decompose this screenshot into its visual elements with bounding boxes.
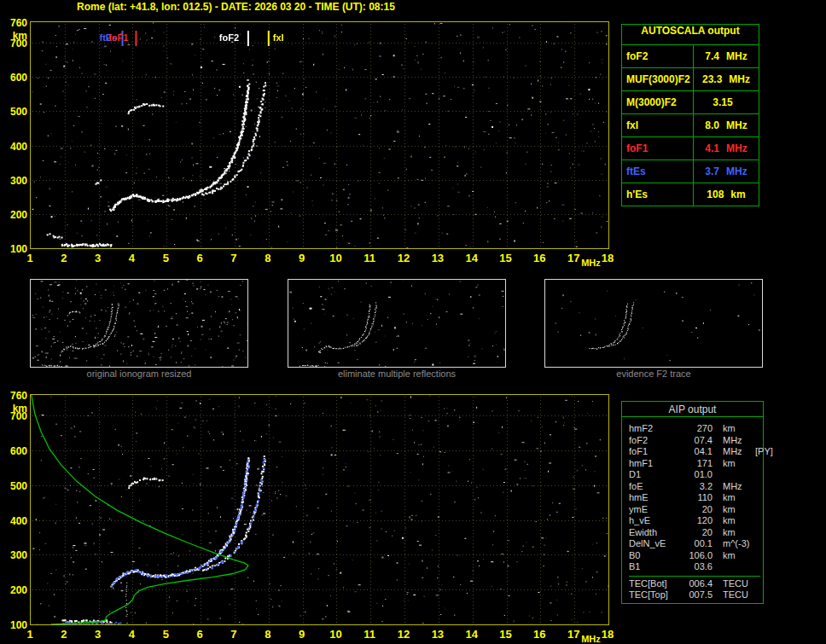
autoscala-table-title: AUTOSCALA output xyxy=(622,25,759,45)
aip-av: 006.4 xyxy=(678,578,713,590)
autoscala-param-value: 23.3MHz xyxy=(694,68,759,90)
ionogram-plot-top: ftEsfoF1foF2fxI xyxy=(30,21,609,249)
top-plot-x-tick-3: 3 xyxy=(90,252,107,264)
bottom-plot-x-tick-13: 13 xyxy=(429,628,446,641)
aip-au: km xyxy=(723,527,753,539)
aip-au: km xyxy=(723,423,753,435)
top-plot-y-tick-760: 760 xyxy=(2,17,27,29)
autoscala-window: Rome (lat: +41.8, lon: 012.5) - DATE: 20… xyxy=(0,0,826,644)
autoscala-param-value: 3.7MHz xyxy=(694,160,759,183)
bottom-plot-x-tick-11: 11 xyxy=(361,628,378,641)
top-plot-x-tick-1: 1 xyxy=(21,252,38,264)
aip-av: 03.6 xyxy=(678,561,713,573)
aip-ap: hmF1 xyxy=(629,458,678,470)
autoscala-param-value: 4.1MHz xyxy=(694,137,759,160)
top-plot-x-tick-5: 5 xyxy=(157,252,174,264)
top-plot-x-tick-4: 4 xyxy=(123,252,140,264)
header-title: Rome (lat: +41.8, lon: 012.5) - DATE: 20… xyxy=(77,1,395,13)
autoscala-param-label: ftEs xyxy=(622,160,694,183)
aip-table-rows: hmF2270kmfoF207.4MHzfoF104.1MHz[PY]hmF11… xyxy=(622,417,763,600)
autoscala-row-foF1: foF14.1MHz xyxy=(622,137,759,160)
bottom-plot-x-tick-15: 15 xyxy=(497,628,515,641)
aip-ap: TEC[Bot] xyxy=(629,578,678,590)
autoscala-param-value: 7.4MHz xyxy=(694,45,759,67)
autoscala-param-value: 3.15 xyxy=(694,91,759,113)
aip-row-foE: foE3.2MHz xyxy=(629,481,760,493)
top-plot-x-tick-12: 12 xyxy=(395,252,412,264)
thumbnail-canvas-no-reflections xyxy=(288,280,505,367)
bottom-plot-x-unit: MHz xyxy=(581,634,607,644)
aip-row-hmE: hmE110km xyxy=(629,492,760,504)
aip-av: 120 xyxy=(678,515,713,527)
autoscala-param-label: M(3000)F2 xyxy=(622,91,694,113)
bottom-plot-x-tick-5: 5 xyxy=(157,628,174,641)
aip-ap: foE xyxy=(629,481,678,493)
bottom-plot-y-tick-760: 760 xyxy=(2,390,27,402)
thumbnail-original-ionogram xyxy=(30,279,248,368)
bottom-plot-x-tick-10: 10 xyxy=(327,628,344,641)
bottom-plot-x-tick-6: 6 xyxy=(191,628,208,641)
autoscala-row-foF2: foF27.4MHz xyxy=(622,45,759,68)
autoscala-param-label: MUF(3000)F2 xyxy=(622,68,694,90)
autoscala-param-value: 8.0MHz xyxy=(694,114,759,136)
aip-av: 007.5 xyxy=(678,589,713,601)
aip-au: km xyxy=(723,515,753,527)
aip-ap: foF2 xyxy=(629,435,678,447)
aip-ap: ymE xyxy=(629,504,678,516)
top-plot-x-tick-11: 11 xyxy=(361,252,378,264)
aip-av: 01.0 xyxy=(678,469,713,481)
top-plot-y-tick-400: 400 xyxy=(2,141,27,153)
bottom-plot-y-tick-400: 400 xyxy=(2,515,27,527)
top-plot-x-tick-6: 6 xyxy=(191,252,208,264)
aip-row-hmF2: hmF2270km xyxy=(629,423,760,435)
aip-ap: hmE xyxy=(629,492,678,504)
top-plot-y-tick-200: 200 xyxy=(2,209,27,221)
aip-au: TECU xyxy=(723,589,753,601)
aip-row-hmF1: hmF1171km xyxy=(629,458,760,470)
bottom-plot-y-tick-600: 600 xyxy=(2,445,27,457)
aip-ap: DelN_vE xyxy=(629,538,678,550)
ionogram-plot-bottom xyxy=(30,394,609,625)
aip-au: TECU xyxy=(723,578,753,590)
aip-au: MHz xyxy=(723,446,753,458)
aip-av: 106.0 xyxy=(678,550,713,562)
top-plot-x-tick-15: 15 xyxy=(497,252,515,264)
aip-av: 171 xyxy=(678,458,713,470)
marker-label-fxI: fxI xyxy=(273,32,284,43)
aip-av: 04.1 xyxy=(678,446,713,458)
top-plot-y-unit: km xyxy=(2,30,27,42)
aip-ap: B0 xyxy=(629,550,678,562)
aip-ap: h_vE xyxy=(629,515,678,527)
aip-au: km xyxy=(723,458,753,470)
autoscala-param-label: foF2 xyxy=(622,45,694,67)
autoscala-row-fxI: fxI8.0MHz xyxy=(622,114,759,137)
top-plot-x-tick-14: 14 xyxy=(463,252,480,264)
aip-au: MHz xyxy=(723,481,753,493)
top-plot-y-tick-600: 600 xyxy=(2,72,27,84)
top-plot-y-tick-300: 300 xyxy=(2,175,27,187)
aip-ap: hmF2 xyxy=(629,423,678,435)
caption-original-ionogram: original ionogram resized xyxy=(30,368,248,379)
thumbnail-canvas-f2-trace xyxy=(545,280,762,367)
thumbnail-no-reflections xyxy=(288,279,506,368)
aip-row-B1: B103.6 xyxy=(629,561,760,573)
ionogram-canvas-top xyxy=(31,22,608,248)
aip-av: 07.4 xyxy=(678,435,713,447)
marker-label-foF2: foF2 xyxy=(219,32,239,43)
bottom-plot-x-tick-4: 4 xyxy=(123,628,140,641)
aip-av: 20 xyxy=(678,504,713,516)
autoscala-param-value: 108km xyxy=(694,183,759,206)
top-plot-x-tick-16: 16 xyxy=(531,252,548,264)
bottom-plot-y-tick-200: 200 xyxy=(2,584,27,596)
bottom-plot-x-tick-12: 12 xyxy=(395,628,412,641)
autoscala-table-rows: foF27.4MHzMUF(3000)F223.3MHzM(3000)F23.1… xyxy=(622,45,759,206)
autoscala-param-label: h'Es xyxy=(622,183,694,206)
aip-row-ymE: ymE20km xyxy=(629,504,760,516)
bottom-plot-x-tick-3: 3 xyxy=(90,628,107,641)
aip-row-foF1: foF104.1MHz[PY] xyxy=(629,446,760,458)
top-plot-y-tick-500: 500 xyxy=(2,106,27,118)
top-plot-x-tick-10: 10 xyxy=(327,252,344,264)
bottom-plot-y-unit: km xyxy=(2,403,27,415)
autoscala-row-ftEs: ftEs3.7MHz xyxy=(622,160,759,183)
aip-ap: foF1 xyxy=(629,446,678,458)
